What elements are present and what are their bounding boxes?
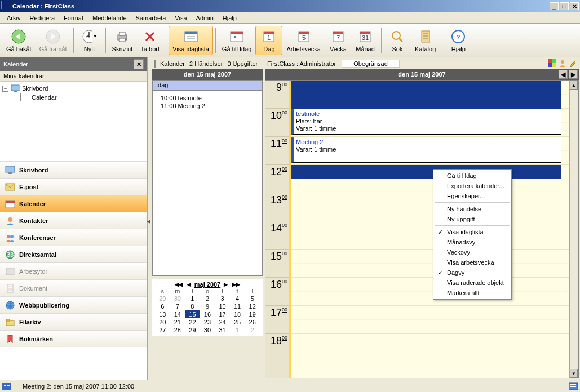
context-menu-item[interactable]: ✓Dagvy	[435, 268, 510, 278]
color-icon[interactable]	[548, 59, 556, 68]
context-menu-item[interactable]: ✓Visa idaglista	[435, 227, 510, 237]
mini-day[interactable]: 11	[230, 302, 245, 310]
mini-day[interactable]: 19	[245, 310, 260, 318]
menu-meddelande[interactable]: Meddelande	[88, 14, 131, 23]
tray-icon[interactable]	[569, 382, 578, 391]
print-button[interactable]: Skriv ut	[108, 26, 137, 55]
status-app-icon[interactable]	[2, 382, 11, 391]
mini-day[interactable]: 8	[185, 302, 200, 310]
mini-day[interactable]: 1	[230, 326, 245, 334]
scroll-down-button[interactable]: ▼	[570, 369, 578, 378]
context-menu-item[interactable]: Ny uppgift	[435, 214, 510, 224]
tree-collapse-icon[interactable]: −	[2, 86, 8, 92]
context-menu-item[interactable]: Månadsvy	[435, 237, 510, 247]
scroll-up-button[interactable]: ▲	[570, 81, 578, 90]
mini-prev-year-button[interactable]: ◀◀	[174, 282, 184, 287]
maximize-button[interactable]: □	[560, 2, 569, 10]
mini-day[interactable]: 26	[245, 318, 260, 326]
nav-item-kalender[interactable]: Kalender	[0, 195, 147, 212]
nav-item-skrivbord[interactable]: Skrivbord	[0, 161, 147, 178]
sidebar-close-button[interactable]: ✕	[134, 59, 144, 69]
today-row[interactable]: Idag	[152, 80, 263, 90]
mini-day[interactable]: 17	[215, 310, 230, 318]
mini-day[interactable]: 3	[215, 295, 230, 302]
catalog-button[interactable]: Katalog	[411, 26, 440, 55]
mini-day[interactable]: 9	[200, 302, 215, 310]
search-button[interactable]: Sök	[384, 26, 411, 55]
appointment[interactable]: testmötePlats: härVarar: 1 timme	[291, 109, 561, 135]
mini-day[interactable]: 15	[185, 310, 200, 318]
mini-day[interactable]: 29	[185, 326, 200, 334]
mini-next-year-button[interactable]: ▶▶	[231, 282, 241, 287]
menu-visa[interactable]: Visa	[170, 14, 191, 23]
mini-day[interactable]: 25	[230, 318, 245, 326]
context-menu-item[interactable]: Exportera kalender...	[435, 181, 510, 191]
mini-day[interactable]: 20	[155, 318, 170, 326]
pencil-icon[interactable]	[569, 59, 577, 68]
nav-item-e-post[interactable]: E-post	[0, 178, 147, 195]
mini-day[interactable]: 28	[170, 326, 185, 334]
nav-item-konferenser[interactable]: Konferenser	[0, 229, 147, 246]
nav-item-webbpublicering[interactable]: Webbpublicering	[0, 296, 147, 313]
mini-day[interactable]: 1	[185, 295, 200, 302]
person-icon[interactable]	[559, 59, 566, 68]
mini-day[interactable]: 14	[170, 310, 185, 318]
context-menu-item[interactable]: Visa arbetsvecka	[435, 257, 510, 268]
mini-day[interactable]: 29	[155, 295, 170, 302]
mini-day[interactable]: 13	[155, 310, 170, 318]
mini-day[interactable]: 6	[155, 302, 170, 310]
mini-day[interactable]: 22	[185, 318, 200, 326]
mini-next-month-button[interactable]: ▶	[223, 282, 229, 287]
context-menu-item[interactable]: Visa raderade objekt	[435, 278, 510, 288]
mini-day[interactable]: 27	[155, 326, 170, 334]
back-button[interactable]: Gå bakåt	[2, 26, 36, 55]
context-menu-item[interactable]: Egenskaper...	[435, 191, 510, 201]
new-button[interactable]: ▼ Nytt	[76, 26, 103, 55]
mini-day[interactable]: 30	[170, 295, 185, 302]
next-day-button[interactable]: ▶	[569, 70, 578, 79]
mini-day[interactable]: 12	[245, 302, 260, 310]
context-menu-item[interactable]: Veckovy	[435, 247, 510, 257]
context-menu-item[interactable]: Markera allt	[435, 288, 510, 298]
help-button[interactable]: ? Hjälp	[445, 26, 472, 55]
mini-prev-month-button[interactable]: ◀	[186, 282, 192, 287]
workweek-button[interactable]: 5 Arbetsvecka	[282, 26, 325, 55]
mini-day[interactable]: 5	[245, 295, 260, 302]
menu-format[interactable]: Format	[59, 14, 88, 23]
menu-samarbeta[interactable]: Samarbeta	[131, 14, 171, 23]
menu-redigera[interactable]: Redigera	[25, 14, 59, 23]
mini-day[interactable]: 30	[200, 326, 215, 334]
context-menu-item[interactable]: Gå till Idag	[435, 171, 510, 181]
tree-root[interactable]: − Skrivbord	[2, 84, 145, 93]
sidebar-collapse-handle[interactable]	[148, 57, 151, 380]
mini-day[interactable]: 31	[215, 326, 230, 334]
month-button[interactable]: 31 Månad	[352, 26, 379, 55]
menu-admin[interactable]: Admin	[192, 14, 218, 23]
mini-day[interactable]: 16	[200, 310, 215, 318]
delete-button[interactable]: Ta bort	[136, 26, 163, 55]
day-view-button[interactable]: 1 Dag	[255, 26, 282, 55]
menu-hjälp[interactable]: Hjälp	[218, 14, 241, 23]
event-item[interactable]: 11:00 Meeting 2	[156, 102, 259, 110]
daylist-button[interactable]: Visa idaglista	[169, 26, 213, 55]
mini-day[interactable]: 23	[200, 318, 215, 326]
context-menu-item[interactable]: Ny händelse	[435, 204, 510, 214]
nav-item-dokument[interactable]: Dokument	[0, 279, 147, 296]
go-today-button[interactable]: Gå till Idag	[218, 26, 256, 55]
mini-day[interactable]: 4	[230, 295, 245, 302]
tree-child[interactable]: Calendar	[2, 93, 145, 102]
week-button[interactable]: 7 Vecka	[325, 26, 352, 55]
close-button[interactable]: ✕	[570, 2, 579, 10]
mini-day[interactable]: 7	[170, 302, 185, 310]
mini-day[interactable]: 18	[230, 310, 245, 318]
nav-item-bokmärken[interactable]: Bokmärken	[0, 330, 147, 347]
minimize-button[interactable]: _	[550, 2, 559, 10]
nav-item-kontakter[interactable]: Kontakter	[0, 212, 147, 229]
nav-item-direktsamtal[interactable]: 33Direktsamtal	[0, 246, 147, 262]
nav-item-arbetsytor[interactable]: Arbetsytor	[0, 262, 147, 279]
selected-slot[interactable]	[291, 165, 561, 179]
mini-day[interactable]: 21	[170, 318, 185, 326]
day-body[interactable]: testmötePlats: härVarar: 1 timmeMeeting …	[291, 81, 569, 378]
menu-arkiv[interactable]: Arkiv	[2, 14, 25, 23]
forward-button[interactable]: Gå framåt	[36, 26, 71, 55]
